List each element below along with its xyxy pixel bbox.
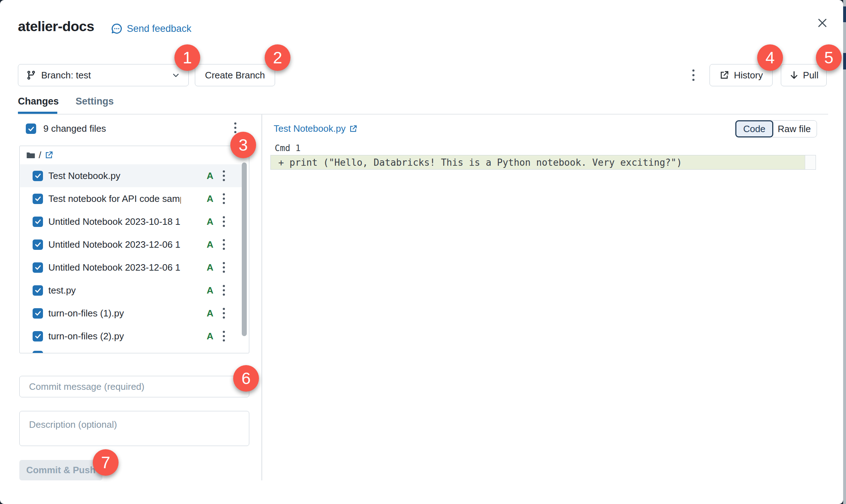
annotation-badge-4: 4: [757, 44, 783, 71]
file-checkbox[interactable]: [33, 194, 43, 204]
file-row[interactable]: test.py A: [20, 279, 243, 302]
clipped-file-checkbox[interactable]: [33, 351, 43, 353]
status-badge: A: [207, 193, 213, 204]
preview-file-link[interactable]: Test Notebook.py: [274, 123, 357, 134]
file-checkbox[interactable]: [33, 308, 43, 319]
open-folder-external-icon[interactable]: [44, 151, 53, 160]
folder-path-label: /: [39, 150, 41, 161]
annotation-badge-7: 7: [93, 449, 119, 476]
diff-added-line: + print ("Hello, Databricks! This is a P…: [270, 155, 816, 170]
file-overflow-menu-icon[interactable]: [221, 237, 227, 252]
commit-description-input[interactable]: [19, 411, 249, 446]
history-label: History: [734, 70, 763, 81]
overflow-menu-icon[interactable]: [686, 66, 701, 84]
annotation-badge-2: 2: [265, 44, 290, 71]
file-overflow-menu-icon[interactable]: [221, 260, 227, 275]
commit-and-push-button[interactable]: Commit & Push: [19, 460, 102, 480]
file-name: Untitled Notebook 2023-12-06 1...: [48, 239, 181, 250]
tab-divider: [18, 114, 828, 115]
status-badge: A: [207, 331, 213, 342]
file-name: Untitled Notebook 2023-12-06 1...: [48, 262, 181, 273]
file-row[interactable]: Untitled Notebook 2023-12-06 1... A: [20, 233, 243, 256]
status-badge: A: [207, 239, 213, 250]
file-row[interactable]: turn-on-files (2).py A: [20, 325, 243, 348]
toggle-raw-file-button[interactable]: Raw file: [772, 120, 817, 137]
tab-changes[interactable]: Changes: [18, 96, 59, 107]
file-checkbox[interactable]: [33, 262, 43, 273]
file-row[interactable]: Test Notebook.py A: [20, 164, 243, 187]
file-row[interactable]: Test notebook for API code sampl... A: [20, 187, 243, 210]
code-line: + print ("Hello, Databricks! This is a P…: [271, 157, 682, 168]
code-gutter: [805, 155, 816, 169]
feedback-label: Send feedback: [127, 23, 191, 34]
repo-title: atelier-docs: [18, 19, 94, 34]
file-checkbox[interactable]: [33, 331, 43, 341]
file-row[interactable]: Untitled Notebook 2023-10-18 1... A: [20, 210, 243, 233]
file-checkbox[interactable]: [33, 239, 43, 250]
annotation-badge-3: 3: [230, 132, 256, 158]
file-name: turn-on-files (2).py: [48, 331, 124, 342]
file-overflow-menu-icon[interactable]: [221, 283, 227, 298]
file-checkbox[interactable]: [33, 217, 43, 227]
file-overflow-menu-icon[interactable]: [221, 168, 227, 183]
create-branch-button[interactable]: Create Branch: [195, 64, 275, 86]
changed-files-summary: 9 changed files: [26, 123, 106, 134]
changed-files-label: 9 changed files: [43, 123, 106, 134]
scrollbar-segment: [843, 53, 846, 69]
view-toggle: Code Raw file: [735, 120, 817, 137]
file-checkbox[interactable]: [33, 285, 43, 296]
external-link-icon: [719, 70, 729, 80]
file-row[interactable]: turn-on-files (1).py A: [20, 302, 243, 325]
status-badge: A: [207, 170, 213, 181]
commit-message-input[interactable]: [19, 376, 249, 397]
status-badge: A: [207, 262, 213, 273]
branch-selector[interactable]: Branch: test: [18, 64, 189, 86]
folder-icon: [26, 150, 35, 160]
create-branch-label: Create Branch: [205, 70, 265, 81]
file-name: turn-on-files (1).py: [48, 308, 124, 319]
file-name: Test Notebook.py: [48, 170, 120, 181]
changed-files-list: / Test Notebook.py A Test notebook for A…: [19, 146, 249, 353]
feedback-bubble-icon: [110, 22, 123, 35]
file-name: Test notebook for API code sampl...: [48, 193, 181, 204]
cmd-label: Cmd 1: [275, 143, 301, 153]
page-scrollbar-strip: [843, 0, 846, 504]
toggle-code-button[interactable]: Code: [735, 120, 773, 137]
close-icon[interactable]: [815, 16, 830, 30]
status-badge: A: [207, 216, 213, 227]
file-row[interactable]: Untitled Notebook 2023-12-06 1... A: [20, 256, 243, 279]
select-all-checkbox[interactable]: [26, 123, 36, 134]
status-badge: A: [207, 285, 213, 296]
chevron-down-icon: [171, 71, 181, 80]
git-dialog: atelier-docs Send feedback Branch: test: [0, 0, 843, 504]
pull-label: Pull: [803, 70, 818, 81]
file-name: Untitled Notebook 2023-10-18 1...: [48, 216, 181, 227]
status-badge: A: [207, 308, 213, 319]
file-overflow-menu-icon[interactable]: [221, 191, 227, 206]
branch-label: Branch: test: [41, 70, 91, 81]
file-overflow-menu-icon[interactable]: [221, 329, 227, 344]
send-feedback-link[interactable]: Send feedback: [110, 22, 191, 35]
tab-settings[interactable]: Settings: [76, 96, 114, 107]
file-name: test.py: [48, 285, 76, 296]
preview-file-name: Test Notebook.py: [274, 123, 346, 134]
file-overflow-menu-icon[interactable]: [221, 306, 227, 321]
annotation-badge-1: 1: [174, 44, 200, 71]
repo-root-row: /: [20, 146, 249, 164]
scrollbar-segment: [843, 6, 846, 22]
annotation-badge-5: 5: [816, 44, 842, 71]
open-notebook-external-icon: [349, 125, 357, 133]
file-checkbox[interactable]: [33, 171, 43, 181]
git-branch-icon: [26, 70, 36, 80]
annotation-badge-6: 6: [233, 365, 259, 392]
panel-divider: [261, 115, 262, 480]
file-list-scrollbar[interactable]: [242, 163, 247, 336]
arrow-down-icon: [789, 70, 799, 80]
file-overflow-menu-icon[interactable]: [221, 214, 227, 229]
